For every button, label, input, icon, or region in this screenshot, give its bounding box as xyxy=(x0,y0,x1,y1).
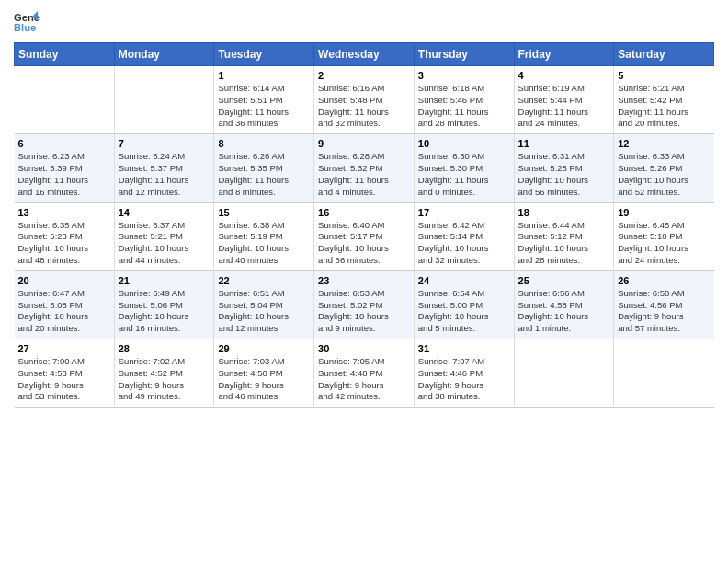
day-info: Sunrise: 6:28 AM Sunset: 5:32 PM Dayligh… xyxy=(318,151,410,198)
calendar-cell: 4Sunrise: 6:19 AM Sunset: 5:44 PM Daylig… xyxy=(514,66,614,134)
calendar-cell: 3Sunrise: 6:18 AM Sunset: 5:46 PM Daylig… xyxy=(414,66,514,134)
day-number: 6 xyxy=(18,138,110,149)
day-info: Sunrise: 6:24 AM Sunset: 5:37 PM Dayligh… xyxy=(119,151,210,198)
day-number: 9 xyxy=(318,138,410,149)
calendar-cell: 20Sunrise: 6:47 AM Sunset: 5:08 PM Dayli… xyxy=(15,270,115,339)
day-number: 24 xyxy=(418,275,510,286)
day-number: 2 xyxy=(318,70,410,81)
day-number: 29 xyxy=(218,343,310,354)
day-number: 21 xyxy=(119,275,210,286)
day-number: 15 xyxy=(218,207,310,218)
day-number: 17 xyxy=(418,207,510,218)
day-info: Sunrise: 6:53 AM Sunset: 5:02 PM Dayligh… xyxy=(318,288,410,335)
calendar-cell: 10Sunrise: 6:30 AM Sunset: 5:30 PM Dayli… xyxy=(414,134,514,202)
day-number: 26 xyxy=(618,275,710,286)
calendar-cell: 27Sunrise: 7:00 AM Sunset: 4:53 PM Dayli… xyxy=(15,339,115,408)
calendar-cell: 25Sunrise: 6:56 AM Sunset: 4:58 PM Dayli… xyxy=(514,270,614,339)
day-info: Sunrise: 6:40 AM Sunset: 5:17 PM Dayligh… xyxy=(318,220,410,267)
day-info: Sunrise: 6:56 AM Sunset: 4:58 PM Dayligh… xyxy=(518,288,610,335)
day-info: Sunrise: 6:19 AM Sunset: 5:44 PM Dayligh… xyxy=(518,83,610,130)
day-header: Saturday xyxy=(614,43,714,66)
calendar-week-row: 1Sunrise: 6:14 AM Sunset: 5:51 PM Daylig… xyxy=(15,66,714,134)
calendar-cell: 28Sunrise: 7:02 AM Sunset: 4:52 PM Dayli… xyxy=(114,339,214,408)
day-info: Sunrise: 6:54 AM Sunset: 5:00 PM Dayligh… xyxy=(418,288,510,335)
header: General Blue xyxy=(14,9,714,35)
day-number: 1 xyxy=(218,70,310,81)
calendar-cell xyxy=(614,339,714,408)
day-number: 22 xyxy=(218,275,310,286)
calendar-cell: 31Sunrise: 7:07 AM Sunset: 4:46 PM Dayli… xyxy=(414,339,514,408)
calendar-cell: 2Sunrise: 6:16 AM Sunset: 5:48 PM Daylig… xyxy=(314,66,415,134)
day-number: 28 xyxy=(119,343,210,354)
day-header: Wednesday xyxy=(314,43,415,66)
day-info: Sunrise: 6:31 AM Sunset: 5:28 PM Dayligh… xyxy=(518,151,610,198)
day-info: Sunrise: 6:42 AM Sunset: 5:14 PM Dayligh… xyxy=(418,220,510,267)
day-header: Friday xyxy=(514,43,614,66)
calendar-cell: 1Sunrise: 6:14 AM Sunset: 5:51 PM Daylig… xyxy=(214,66,314,134)
page-container: General Blue SundayMondayTuesdayWednesda… xyxy=(0,0,728,417)
calendar-cell: 5Sunrise: 6:21 AM Sunset: 5:42 PM Daylig… xyxy=(614,66,714,134)
day-number: 20 xyxy=(18,275,110,286)
day-number: 31 xyxy=(418,343,510,354)
day-header: Monday xyxy=(114,43,214,66)
day-info: Sunrise: 6:37 AM Sunset: 5:21 PM Dayligh… xyxy=(119,220,210,267)
calendar-cell: 26Sunrise: 6:58 AM Sunset: 4:56 PM Dayli… xyxy=(614,270,714,339)
day-info: Sunrise: 7:02 AM Sunset: 4:52 PM Dayligh… xyxy=(119,356,210,403)
calendar-cell: 16Sunrise: 6:40 AM Sunset: 5:17 PM Dayli… xyxy=(314,202,415,270)
calendar-week-row: 27Sunrise: 7:00 AM Sunset: 4:53 PM Dayli… xyxy=(15,339,714,408)
day-number: 27 xyxy=(18,343,110,354)
calendar-table: SundayMondayTuesdayWednesdayThursdayFrid… xyxy=(14,42,714,408)
calendar-week-row: 13Sunrise: 6:35 AM Sunset: 5:23 PM Dayli… xyxy=(15,202,714,270)
day-number: 13 xyxy=(18,207,110,218)
day-header: Tuesday xyxy=(214,43,314,66)
day-number: 25 xyxy=(518,275,610,286)
day-info: Sunrise: 6:23 AM Sunset: 5:39 PM Dayligh… xyxy=(18,151,110,198)
day-number: 16 xyxy=(318,207,410,218)
calendar-cell: 7Sunrise: 6:24 AM Sunset: 5:37 PM Daylig… xyxy=(114,134,214,202)
day-info: Sunrise: 6:35 AM Sunset: 5:23 PM Dayligh… xyxy=(18,220,110,267)
calendar-cell: 8Sunrise: 6:26 AM Sunset: 5:35 PM Daylig… xyxy=(214,134,314,202)
day-number: 3 xyxy=(418,70,510,81)
day-number: 23 xyxy=(318,275,410,286)
header-row: SundayMondayTuesdayWednesdayThursdayFrid… xyxy=(15,43,714,66)
day-number: 11 xyxy=(518,138,610,149)
day-number: 18 xyxy=(518,207,610,218)
logo-icon: General Blue xyxy=(14,9,40,35)
calendar-cell: 21Sunrise: 6:49 AM Sunset: 5:06 PM Dayli… xyxy=(114,270,214,339)
day-info: Sunrise: 6:38 AM Sunset: 5:19 PM Dayligh… xyxy=(218,220,310,267)
day-info: Sunrise: 6:49 AM Sunset: 5:06 PM Dayligh… xyxy=(119,288,210,335)
day-number: 4 xyxy=(518,70,610,81)
day-info: Sunrise: 6:26 AM Sunset: 5:35 PM Dayligh… xyxy=(218,151,310,198)
day-header: Sunday xyxy=(15,43,115,66)
calendar-cell: 24Sunrise: 6:54 AM Sunset: 5:00 PM Dayli… xyxy=(414,270,514,339)
day-info: Sunrise: 7:00 AM Sunset: 4:53 PM Dayligh… xyxy=(18,356,110,403)
day-info: Sunrise: 6:47 AM Sunset: 5:08 PM Dayligh… xyxy=(18,288,110,335)
day-number: 12 xyxy=(618,138,710,149)
day-info: Sunrise: 6:33 AM Sunset: 5:26 PM Dayligh… xyxy=(618,151,710,198)
calendar-cell: 9Sunrise: 6:28 AM Sunset: 5:32 PM Daylig… xyxy=(314,134,415,202)
day-number: 10 xyxy=(418,138,510,149)
day-info: Sunrise: 6:58 AM Sunset: 4:56 PM Dayligh… xyxy=(618,288,710,335)
calendar-cell: 18Sunrise: 6:44 AM Sunset: 5:12 PM Dayli… xyxy=(514,202,614,270)
day-info: Sunrise: 7:07 AM Sunset: 4:46 PM Dayligh… xyxy=(418,356,510,403)
day-info: Sunrise: 6:45 AM Sunset: 5:10 PM Dayligh… xyxy=(618,220,710,267)
calendar-cell xyxy=(114,66,214,134)
day-number: 8 xyxy=(218,138,310,149)
calendar-week-row: 20Sunrise: 6:47 AM Sunset: 5:08 PM Dayli… xyxy=(15,270,714,339)
calendar-cell: 17Sunrise: 6:42 AM Sunset: 5:14 PM Dayli… xyxy=(414,202,514,270)
calendar-cell: 14Sunrise: 6:37 AM Sunset: 5:21 PM Dayli… xyxy=(114,202,214,270)
day-info: Sunrise: 6:30 AM Sunset: 5:30 PM Dayligh… xyxy=(418,151,510,198)
calendar-cell: 19Sunrise: 6:45 AM Sunset: 5:10 PM Dayli… xyxy=(614,202,714,270)
day-info: Sunrise: 7:05 AM Sunset: 4:48 PM Dayligh… xyxy=(318,356,410,403)
day-info: Sunrise: 6:16 AM Sunset: 5:48 PM Dayligh… xyxy=(318,83,410,130)
calendar-cell: 29Sunrise: 7:03 AM Sunset: 4:50 PM Dayli… xyxy=(214,339,314,408)
day-number: 19 xyxy=(618,207,710,218)
day-number: 5 xyxy=(618,70,710,81)
calendar-cell: 11Sunrise: 6:31 AM Sunset: 5:28 PM Dayli… xyxy=(514,134,614,202)
day-header: Thursday xyxy=(414,43,514,66)
calendar-cell: 15Sunrise: 6:38 AM Sunset: 5:19 PM Dayli… xyxy=(214,202,314,270)
day-info: Sunrise: 6:21 AM Sunset: 5:42 PM Dayligh… xyxy=(618,83,710,130)
calendar-week-row: 6Sunrise: 6:23 AM Sunset: 5:39 PM Daylig… xyxy=(15,134,714,202)
day-info: Sunrise: 6:44 AM Sunset: 5:12 PM Dayligh… xyxy=(518,220,610,267)
day-info: Sunrise: 6:18 AM Sunset: 5:46 PM Dayligh… xyxy=(418,83,510,130)
